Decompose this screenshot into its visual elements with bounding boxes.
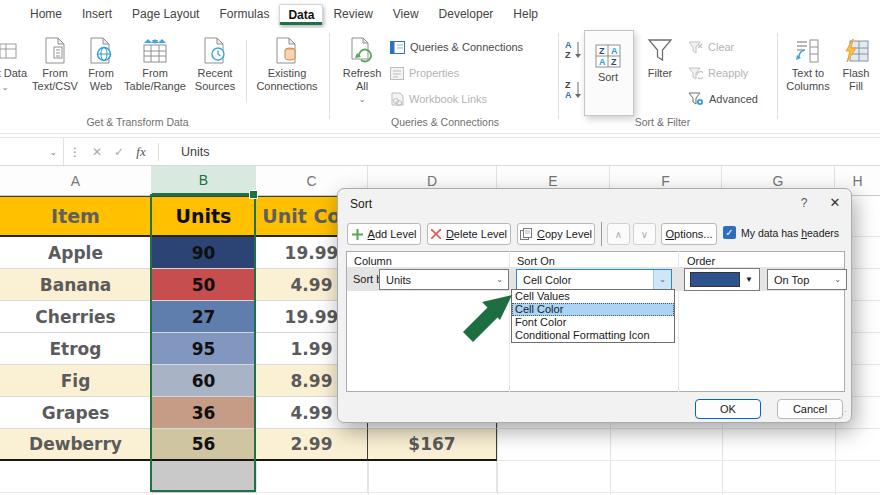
clear-filter-icon [688, 41, 703, 54]
reapply-filter-icon [688, 67, 703, 80]
cell-units[interactable]: 95 [152, 333, 256, 365]
cell-item[interactable]: Cherries [0, 301, 152, 333]
cell-units[interactable]: 56 [152, 429, 256, 461]
cancel-button[interactable]: Cancel [777, 399, 843, 419]
cell-item[interactable]: Dewberry [0, 429, 152, 461]
enter-icon[interactable]: ✓ [108, 145, 130, 159]
tab-data[interactable]: Data [279, 4, 323, 25]
tab-developer[interactable]: Developer [429, 1, 504, 27]
cell[interactable] [256, 461, 368, 493]
order-position-value: On Top [774, 274, 809, 286]
tab-formulas[interactable]: Formulas [209, 1, 279, 27]
sort-by-column-select[interactable]: Units ⌄ [379, 269, 509, 290]
from-text-csv-button[interactable]: From Text/CSV [29, 32, 81, 92]
clear-filter-label: Clear [708, 41, 734, 53]
copy-level-button[interactable]: Copy Level [517, 223, 595, 245]
cell-units[interactable]: 36 [152, 397, 256, 429]
move-down-button[interactable]: ∨ [633, 223, 656, 245]
cell-item[interactable]: Grapes [0, 397, 152, 429]
my-data-has-headers-checkbox[interactable]: ✓ [723, 226, 736, 239]
get-data-button[interactable]: Get Data ⌄ [0, 32, 28, 94]
column-header-b[interactable]: B [152, 166, 256, 195]
cell-units[interactable]: 60 [152, 365, 256, 397]
header-cell-units[interactable]: Units [152, 197, 256, 237]
tab-review[interactable]: Review [323, 1, 382, 27]
sort-on-value: Cell Color [523, 274, 571, 286]
resize-grip[interactable]: ⋰ [838, 410, 847, 419]
tab-view[interactable]: View [383, 1, 429, 27]
refresh-icon [337, 32, 387, 64]
add-level-button[interactable]: Add Level [347, 223, 421, 245]
insert-function-icon[interactable]: fx [130, 144, 152, 160]
dropdown-option-conditional-formatting-icon[interactable]: Conditional Formatting Icon [512, 329, 674, 342]
text-to-columns-icon [783, 32, 833, 64]
workbook-links-icon [390, 92, 404, 106]
clear-filter-button[interactable]: Clear [688, 38, 734, 56]
clock-file-icon [189, 32, 241, 64]
cell-units[interactable]: 50 [152, 269, 256, 301]
dropdown-option-cell-color[interactable]: Cell Color [512, 303, 674, 316]
help-icon[interactable]: ? [795, 196, 813, 210]
sort-on-select[interactable]: Cell Color ⌄ [516, 269, 672, 290]
advanced-filter-label: Advanced [709, 93, 758, 105]
close-icon[interactable]: ✕ [825, 195, 845, 210]
existing-connections-button[interactable]: Existing Connections [252, 32, 322, 92]
cell[interactable] [0, 461, 152, 493]
cell-item[interactable]: Banana [0, 269, 152, 301]
cell-total[interactable]: $167 [368, 429, 497, 461]
cell-item[interactable]: Apple [0, 237, 152, 269]
fill-handle[interactable] [249, 190, 258, 199]
sort-button[interactable]: ZAAZ Sort [586, 36, 630, 84]
flash-fill-button[interactable]: Flash Fill [836, 32, 876, 92]
text-to-columns-button[interactable]: Text to Columns [783, 32, 833, 92]
cell-units[interactable]: 90 [152, 237, 256, 269]
more-handle-icon[interactable]: ⋮ [64, 145, 86, 159]
column-label: Column [354, 255, 392, 267]
properties-button[interactable]: Properties [390, 64, 459, 82]
sort-a-to-z-button[interactable]: AZ [565, 40, 583, 58]
cancel-icon[interactable]: ✕ [86, 145, 108, 159]
advanced-filter-button[interactable]: Advanced [688, 90, 758, 108]
column-header-a[interactable]: A [0, 166, 152, 195]
move-up-button[interactable]: ∧ [607, 223, 630, 245]
tab-help[interactable]: Help [503, 1, 548, 27]
selected-empty-cell[interactable] [152, 461, 256, 493]
add-level-label: Add Level [368, 228, 417, 240]
order-color-picker[interactable]: ▼ [684, 268, 760, 291]
reapply-filter-button[interactable]: Reapply [688, 64, 748, 82]
recent-sources-button[interactable]: Recent Sources [189, 32, 241, 92]
cell-item[interactable]: Etrog [0, 333, 152, 365]
properties-label: Properties [409, 67, 459, 79]
ok-button[interactable]: OK [695, 399, 761, 419]
tab-page-layout[interactable]: Page Layout [122, 1, 209, 27]
svg-text:Z: Z [565, 80, 571, 90]
workbook-links-button[interactable]: Workbook Links [390, 90, 487, 108]
sort-dialog-icon: ZAAZ [586, 36, 630, 68]
cell-units[interactable]: 27 [152, 301, 256, 333]
delete-level-button[interactable]: Delete Level [427, 223, 511, 245]
cell-unit-cost[interactable]: 2.99 [256, 429, 368, 461]
svg-text:A: A [599, 57, 606, 67]
tab-insert[interactable]: Insert [72, 1, 122, 27]
refresh-all-button[interactable]: Refresh All ⌄ [337, 32, 387, 107]
filter-button[interactable]: Filter [638, 32, 682, 80]
header-cell-item[interactable]: Item [0, 197, 152, 237]
sort-z-to-a-button[interactable]: ZA [565, 80, 583, 98]
order-position-select[interactable]: On Top ⌄ [767, 269, 847, 290]
tab-home[interactable]: Home [20, 1, 72, 27]
dropdown-option-cell-values[interactable]: Cell Values [512, 290, 674, 303]
red-x-icon [431, 229, 441, 239]
queries-connections-button[interactable]: Queries & Connections [390, 38, 523, 56]
cell-item[interactable]: Fig [0, 365, 152, 397]
cell[interactable] [368, 461, 497, 493]
advanced-filter-icon [688, 92, 704, 106]
sort-az-icon: AZ [565, 39, 583, 59]
name-box[interactable]: ⌄ [0, 138, 64, 165]
from-web-button[interactable]: From Web [79, 32, 123, 92]
from-web-label: From Web [79, 67, 123, 92]
options-button[interactable]: Options... [661, 223, 717, 245]
dropdown-option-font-color[interactable]: Font Color [512, 316, 674, 329]
from-table-range-button[interactable]: From Table/Range [124, 32, 186, 92]
divider [601, 222, 602, 246]
formula-input[interactable]: Units [181, 145, 209, 159]
